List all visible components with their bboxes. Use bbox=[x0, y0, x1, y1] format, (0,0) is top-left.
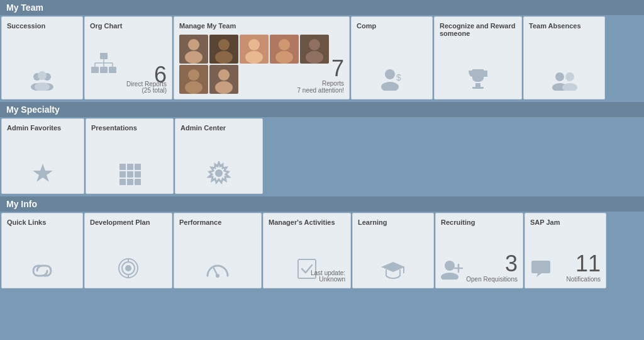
sapjam-sub1: Notifications bbox=[567, 276, 601, 283]
svg-point-30 bbox=[381, 82, 399, 91]
my-info-header: My Info bbox=[0, 196, 644, 212]
svg-rect-47 bbox=[135, 179, 141, 185]
mgractiv-tile[interactable]: Manager's Activities Last update: Unknow… bbox=[263, 213, 351, 288]
svg-rect-33 bbox=[472, 87, 484, 89]
svg-point-48 bbox=[215, 169, 223, 177]
mgractiv-title: Manager's Activities bbox=[269, 218, 345, 226]
orgchart-title: Org Chart bbox=[90, 22, 167, 30]
team-photo-6 bbox=[179, 65, 208, 94]
quicklinks-title: Quick Links bbox=[7, 218, 77, 226]
manageteam-stats: 7 Reports 7 need attention! bbox=[297, 57, 344, 94]
mgractiv-sub2: Unknown bbox=[319, 276, 345, 283]
svg-point-22 bbox=[275, 51, 293, 64]
svg-point-54 bbox=[216, 274, 219, 278]
team-photo-7 bbox=[209, 65, 238, 94]
presentations-tile[interactable]: Presentations bbox=[86, 118, 174, 194]
sapjam-number: 11 bbox=[575, 252, 601, 275]
svg-point-23 bbox=[309, 39, 320, 50]
performance-tile[interactable]: Performance bbox=[174, 213, 262, 288]
svg-text:$: $ bbox=[396, 72, 401, 82]
svg-marker-38 bbox=[33, 164, 53, 182]
performance-title: Performance bbox=[179, 218, 256, 226]
grid-icon bbox=[118, 162, 141, 187]
recruiting-sub1: Open Requisitions bbox=[466, 276, 518, 283]
sapjam-title: SAP Jam bbox=[530, 218, 601, 226]
svg-point-18 bbox=[215, 51, 233, 64]
absences-tile[interactable]: Team Absences bbox=[523, 16, 605, 99]
svg-point-19 bbox=[248, 39, 260, 50]
svg-point-28 bbox=[215, 81, 233, 94]
target-icon bbox=[117, 257, 140, 281]
svg-rect-42 bbox=[119, 171, 126, 178]
svg-point-17 bbox=[218, 39, 230, 50]
svg-point-29 bbox=[385, 69, 395, 79]
comp-tile[interactable]: Comp $ bbox=[351, 16, 433, 99]
my-team-header: My Team bbox=[0, 0, 644, 15]
learning-tile[interactable]: Learning bbox=[352, 213, 434, 288]
trophy-icon bbox=[467, 68, 489, 93]
svg-marker-56 bbox=[381, 262, 405, 272]
my-specialty-tiles: Admin Favorites Presentations bbox=[0, 117, 644, 195]
adminfav-tile[interactable]: Admin Favorites bbox=[1, 118, 84, 194]
orgchart-tile[interactable]: Org Chart 6 Direct Reports (25 total) bbox=[84, 16, 172, 99]
recruiting-tile[interactable]: Recruiting 3 Open Requisitions bbox=[435, 213, 523, 288]
person-dollar-icon: $ bbox=[380, 68, 404, 93]
team-photo-3 bbox=[240, 35, 269, 64]
svg-point-26 bbox=[185, 81, 203, 94]
devplan-tile[interactable]: Development Plan bbox=[84, 213, 172, 288]
svg-point-34 bbox=[555, 72, 564, 81]
svg-rect-46 bbox=[127, 179, 133, 185]
svg-point-59 bbox=[441, 273, 458, 280]
svg-point-16 bbox=[185, 51, 203, 64]
people-icon bbox=[30, 71, 55, 93]
svg-point-51 bbox=[125, 265, 131, 271]
svg-rect-40 bbox=[127, 164, 133, 170]
speech-icon bbox=[530, 258, 552, 281]
people2-icon bbox=[551, 71, 577, 93]
sapjam-tile[interactable]: SAP Jam 11 Notifications bbox=[525, 213, 606, 288]
svg-point-20 bbox=[245, 51, 263, 64]
admincenter-title: Admin Center bbox=[180, 124, 257, 132]
svg-point-21 bbox=[279, 39, 290, 50]
admincenter-tile[interactable]: Admin Center bbox=[175, 118, 263, 194]
manageteam-number: 7 bbox=[297, 57, 344, 80]
svg-rect-43 bbox=[127, 171, 133, 178]
succession-tile[interactable]: Succession bbox=[1, 16, 83, 99]
speedometer-icon bbox=[205, 261, 230, 281]
team-photo-4 bbox=[270, 35, 299, 64]
svg-rect-14 bbox=[109, 67, 116, 73]
manageteam-sub2: 7 need attention! bbox=[297, 87, 344, 94]
devplan-title: Development Plan bbox=[90, 218, 167, 226]
person-add-icon bbox=[441, 258, 464, 281]
svg-point-36 bbox=[565, 72, 574, 81]
absences-title: Team Absences bbox=[529, 22, 599, 30]
svg-point-25 bbox=[188, 69, 199, 81]
manageteam-title: Manage My Team bbox=[179, 22, 344, 30]
team-photo-1 bbox=[179, 35, 208, 64]
svg-rect-45 bbox=[119, 179, 126, 185]
svg-rect-13 bbox=[100, 67, 108, 73]
svg-point-58 bbox=[445, 261, 455, 271]
succession-title: Succession bbox=[7, 22, 77, 30]
svg-point-15 bbox=[188, 39, 199, 50]
recruiting-number: 3 bbox=[505, 252, 518, 275]
adminfav-title: Admin Favorites bbox=[7, 124, 79, 132]
svg-rect-44 bbox=[135, 171, 141, 178]
manageteam-tile[interactable]: Manage My Team bbox=[174, 16, 350, 99]
my-info-tiles: Quick Links Development Plan bbox=[0, 212, 644, 290]
svg-point-2 bbox=[38, 71, 47, 80]
recognize-title: Recognize and Reward someone bbox=[440, 22, 516, 37]
svg-rect-32 bbox=[475, 83, 480, 87]
team-photo-2 bbox=[209, 35, 238, 64]
recruiting-title: Recruiting bbox=[441, 218, 518, 226]
my-team-tiles: Succession Org Chart bbox=[0, 15, 644, 101]
svg-rect-12 bbox=[91, 67, 99, 73]
manageteam-sub1: Reports bbox=[297, 80, 344, 87]
my-specialty-section: My Specialty Admin Favorites Presentatio… bbox=[0, 102, 644, 195]
graduation-icon bbox=[381, 259, 405, 281]
svg-rect-41 bbox=[135, 164, 141, 170]
link-icon bbox=[31, 262, 53, 281]
recognize-tile[interactable]: Recognize and Reward someone bbox=[434, 16, 522, 99]
quicklinks-tile[interactable]: Quick Links bbox=[1, 213, 83, 288]
svg-point-27 bbox=[218, 69, 230, 81]
